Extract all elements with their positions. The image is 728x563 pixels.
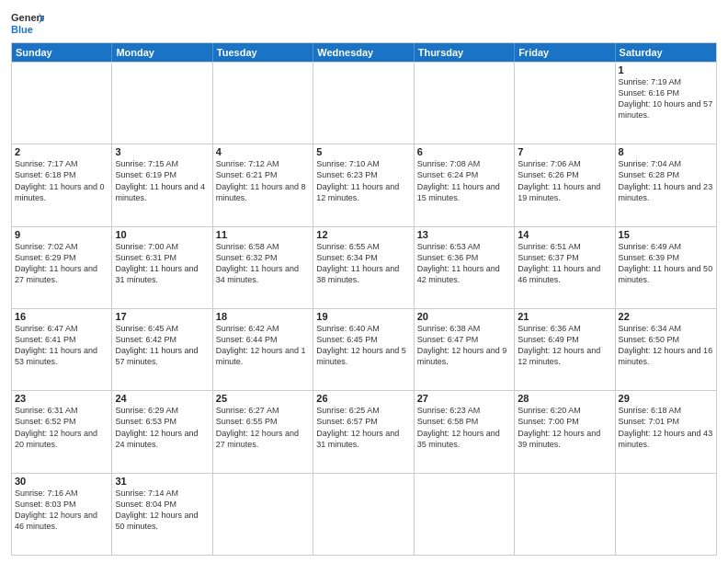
- day-info: Sunrise: 6:31 AM Sunset: 6:52 PM Dayligh…: [15, 405, 108, 450]
- cal-cell-0-1: [112, 63, 212, 144]
- day-info: Sunrise: 6:38 AM Sunset: 6:47 PM Dayligh…: [417, 323, 511, 368]
- day-info: Sunrise: 7:12 AM Sunset: 6:21 PM Dayligh…: [216, 158, 310, 203]
- week-row-5: 30Sunrise: 7:16 AM Sunset: 8:03 PM Dayli…: [12, 473, 716, 555]
- cal-cell-1-2: 4Sunrise: 7:12 AM Sunset: 6:21 PM Daylig…: [213, 144, 313, 225]
- cal-cell-5-2: [213, 474, 313, 555]
- day-number: 28: [518, 393, 611, 404]
- cal-cell-4-6: 29Sunrise: 6:18 AM Sunset: 7:01 PM Dayli…: [616, 391, 716, 472]
- day-info: Sunrise: 7:16 AM Sunset: 8:03 PM Dayligh…: [15, 488, 108, 533]
- cal-cell-3-0: 16Sunrise: 6:47 AM Sunset: 6:41 PM Dayli…: [12, 309, 112, 390]
- cal-cell-5-1: 31Sunrise: 7:14 AM Sunset: 8:04 PM Dayli…: [112, 474, 212, 555]
- day-number: 3: [115, 146, 209, 157]
- day-info: Sunrise: 6:49 AM Sunset: 6:39 PM Dayligh…: [619, 241, 713, 286]
- cal-cell-5-5: [515, 474, 615, 555]
- day-number: 13: [417, 229, 511, 240]
- header-wednesday: Wednesday: [313, 43, 414, 62]
- cal-cell-3-2: 18Sunrise: 6:42 AM Sunset: 6:44 PM Dayli…: [213, 309, 313, 390]
- cal-cell-3-4: 20Sunrise: 6:38 AM Sunset: 6:47 PM Dayli…: [415, 309, 515, 390]
- day-number: 15: [619, 229, 713, 240]
- header-saturday: Saturday: [616, 43, 716, 62]
- day-number: 29: [619, 393, 713, 404]
- day-number: 5: [316, 146, 410, 157]
- day-info: Sunrise: 6:25 AM Sunset: 6:57 PM Dayligh…: [316, 405, 410, 450]
- day-number: 26: [316, 393, 410, 404]
- day-info: Sunrise: 7:00 AM Sunset: 6:31 PM Dayligh…: [115, 241, 209, 286]
- cal-cell-1-5: 7Sunrise: 7:06 AM Sunset: 6:26 PM Daylig…: [515, 144, 615, 225]
- header-tuesday: Tuesday: [213, 43, 313, 62]
- day-info: Sunrise: 6:20 AM Sunset: 7:00 PM Dayligh…: [518, 405, 611, 450]
- header-friday: Friday: [515, 43, 615, 62]
- day-info: Sunrise: 7:17 AM Sunset: 6:18 PM Dayligh…: [15, 158, 108, 203]
- svg-text:Blue: Blue: [11, 24, 33, 35]
- day-number: 16: [15, 311, 108, 322]
- day-info: Sunrise: 7:08 AM Sunset: 6:24 PM Dayligh…: [417, 158, 511, 203]
- day-info: Sunrise: 6:45 AM Sunset: 6:42 PM Dayligh…: [115, 323, 209, 368]
- day-info: Sunrise: 6:51 AM Sunset: 6:37 PM Dayligh…: [518, 241, 611, 286]
- cal-cell-1-6: 8Sunrise: 7:04 AM Sunset: 6:28 PM Daylig…: [616, 144, 716, 225]
- day-number: 22: [619, 311, 713, 322]
- cal-cell-4-0: 23Sunrise: 6:31 AM Sunset: 6:52 PM Dayli…: [12, 391, 112, 472]
- day-info: Sunrise: 7:19 AM Sunset: 6:16 PM Dayligh…: [619, 76, 713, 121]
- header-monday: Monday: [112, 43, 212, 62]
- cal-cell-2-3: 12Sunrise: 6:55 AM Sunset: 6:34 PM Dayli…: [313, 227, 414, 308]
- cal-cell-3-6: 22Sunrise: 6:34 AM Sunset: 6:50 PM Dayli…: [616, 309, 716, 390]
- day-number: 6: [417, 146, 511, 157]
- day-number: 4: [216, 146, 310, 157]
- week-row-1: 2Sunrise: 7:17 AM Sunset: 6:18 PM Daylig…: [12, 144, 716, 225]
- calendar: Sunday Monday Tuesday Wednesday Thursday…: [11, 42, 717, 556]
- header-thursday: Thursday: [415, 43, 515, 62]
- day-info: Sunrise: 7:02 AM Sunset: 6:29 PM Dayligh…: [15, 241, 108, 286]
- day-info: Sunrise: 6:58 AM Sunset: 6:32 PM Dayligh…: [216, 241, 310, 286]
- cal-cell-1-1: 3Sunrise: 7:15 AM Sunset: 6:19 PM Daylig…: [112, 144, 212, 225]
- day-number: 7: [518, 146, 611, 157]
- cal-cell-0-4: [415, 63, 515, 144]
- day-info: Sunrise: 6:27 AM Sunset: 6:55 PM Dayligh…: [216, 405, 310, 450]
- cal-cell-1-4: 6Sunrise: 7:08 AM Sunset: 6:24 PM Daylig…: [415, 144, 515, 225]
- logo: General Blue: [11, 9, 44, 37]
- day-number: 27: [417, 393, 511, 404]
- day-number: 19: [316, 311, 410, 322]
- cal-cell-0-3: [313, 63, 414, 144]
- week-row-0: 1Sunrise: 7:19 AM Sunset: 6:16 PM Daylig…: [12, 62, 716, 144]
- day-info: Sunrise: 7:06 AM Sunset: 6:26 PM Dayligh…: [518, 158, 611, 203]
- day-number: 31: [115, 476, 209, 487]
- cal-cell-1-3: 5Sunrise: 7:10 AM Sunset: 6:23 PM Daylig…: [313, 144, 414, 225]
- day-number: 11: [216, 229, 310, 240]
- cal-cell-3-5: 21Sunrise: 6:36 AM Sunset: 6:49 PM Dayli…: [515, 309, 615, 390]
- day-number: 14: [518, 229, 611, 240]
- day-number: 20: [417, 311, 511, 322]
- cal-cell-4-3: 26Sunrise: 6:25 AM Sunset: 6:57 PM Dayli…: [313, 391, 414, 472]
- day-info: Sunrise: 6:53 AM Sunset: 6:36 PM Dayligh…: [417, 241, 511, 286]
- day-number: 23: [15, 393, 108, 404]
- day-number: 17: [115, 311, 209, 322]
- cal-cell-0-0: [12, 63, 112, 144]
- cal-cell-5-3: [313, 474, 414, 555]
- cal-cell-0-6: 1Sunrise: 7:19 AM Sunset: 6:16 PM Daylig…: [616, 63, 716, 144]
- day-number: 30: [15, 476, 108, 487]
- header-sunday: Sunday: [12, 43, 112, 62]
- day-info: Sunrise: 7:15 AM Sunset: 6:19 PM Dayligh…: [115, 158, 209, 203]
- day-number: 25: [216, 393, 310, 404]
- calendar-header: Sunday Monday Tuesday Wednesday Thursday…: [12, 43, 716, 62]
- day-info: Sunrise: 6:36 AM Sunset: 6:49 PM Dayligh…: [518, 323, 611, 368]
- day-number: 9: [15, 229, 108, 240]
- day-info: Sunrise: 6:42 AM Sunset: 6:44 PM Dayligh…: [216, 323, 310, 368]
- cal-cell-2-4: 13Sunrise: 6:53 AM Sunset: 6:36 PM Dayli…: [415, 227, 515, 308]
- cal-cell-4-1: 24Sunrise: 6:29 AM Sunset: 6:53 PM Dayli…: [112, 391, 212, 472]
- day-info: Sunrise: 6:29 AM Sunset: 6:53 PM Dayligh…: [115, 405, 209, 450]
- day-info: Sunrise: 7:10 AM Sunset: 6:23 PM Dayligh…: [316, 158, 410, 203]
- cal-cell-5-0: 30Sunrise: 7:16 AM Sunset: 8:03 PM Dayli…: [12, 474, 112, 555]
- header: General Blue: [11, 9, 717, 37]
- cal-cell-4-5: 28Sunrise: 6:20 AM Sunset: 7:00 PM Dayli…: [515, 391, 615, 472]
- cal-cell-5-4: [415, 474, 515, 555]
- cal-cell-0-2: [213, 63, 313, 144]
- day-number: 2: [15, 146, 108, 157]
- cal-cell-2-5: 14Sunrise: 6:51 AM Sunset: 6:37 PM Dayli…: [515, 227, 615, 308]
- cal-cell-2-0: 9Sunrise: 7:02 AM Sunset: 6:29 PM Daylig…: [12, 227, 112, 308]
- day-info: Sunrise: 6:18 AM Sunset: 7:01 PM Dayligh…: [619, 405, 713, 450]
- day-number: 1: [619, 64, 713, 75]
- day-number: 12: [316, 229, 410, 240]
- cal-cell-4-2: 25Sunrise: 6:27 AM Sunset: 6:55 PM Dayli…: [213, 391, 313, 472]
- day-info: Sunrise: 6:23 AM Sunset: 6:58 PM Dayligh…: [417, 405, 511, 450]
- day-number: 21: [518, 311, 611, 322]
